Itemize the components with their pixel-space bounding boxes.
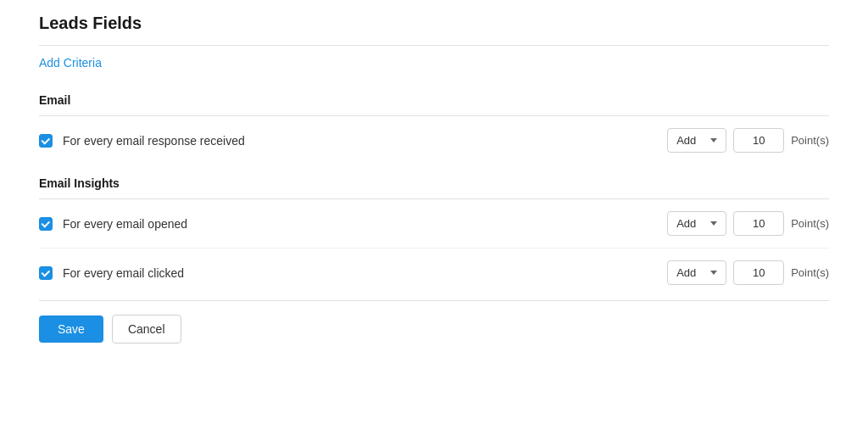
email-response-label: For every email response received <box>63 134 245 148</box>
checkbox-wrapper: For every email opened <box>39 217 667 231</box>
footer-actions: Save Cancel <box>39 300 829 343</box>
email-opened-checkbox[interactable] <box>39 217 53 231</box>
chevron-down-icon <box>710 221 717 226</box>
save-button[interactable]: Save <box>39 316 103 343</box>
email-clicked-points-input[interactable] <box>733 260 784 285</box>
email-insights-section: Email Insights For every email opened Ad… <box>39 168 829 297</box>
email-clicked-label: For every email clicked <box>63 266 184 280</box>
checkbox-check-icon <box>41 218 50 227</box>
email-response-points-input[interactable] <box>733 128 784 153</box>
cancel-button[interactable]: Cancel <box>112 315 181 343</box>
page-container: Leads Fields Add Criteria Email For ever… <box>0 0 868 360</box>
email-section: Email For every email response received … <box>39 85 829 165</box>
checkbox-check-icon <box>41 135 50 144</box>
email-response-action-dropdown[interactable]: Add <box>667 128 726 153</box>
email-response-checkbox[interactable] <box>39 134 53 148</box>
checkbox-wrapper: For every email response received <box>39 134 667 148</box>
table-row: For every email clicked Add Point(s) <box>39 249 829 297</box>
email-insights-section-header: Email Insights <box>39 168 829 199</box>
email-response-controls: Add Point(s) <box>667 128 829 153</box>
email-response-points-label: Point(s) <box>791 134 829 147</box>
email-clicked-action-dropdown[interactable]: Add <box>667 260 726 285</box>
email-clicked-checkbox[interactable] <box>39 266 53 280</box>
table-row: For every email response received Add Po… <box>39 116 829 165</box>
email-clicked-action-label: Add <box>676 266 696 279</box>
chevron-down-icon <box>710 271 717 275</box>
email-opened-points-input[interactable] <box>733 211 784 236</box>
email-section-header: Email <box>39 85 829 116</box>
email-opened-action-label: Add <box>676 217 696 230</box>
email-opened-points-label: Point(s) <box>791 217 829 230</box>
checkbox-wrapper: For every email clicked <box>39 266 667 280</box>
email-clicked-points-label: Point(s) <box>791 266 829 279</box>
add-criteria-link[interactable]: Add Criteria <box>39 56 102 70</box>
email-opened-label: For every email opened <box>63 217 187 231</box>
chevron-down-icon <box>710 138 717 142</box>
checkbox-check-icon <box>41 267 50 276</box>
email-response-action-label: Add <box>676 134 696 147</box>
email-opened-action-dropdown[interactable]: Add <box>667 211 726 236</box>
page-title: Leads Fields <box>39 14 829 46</box>
table-row: For every email opened Add Point(s) <box>39 199 829 249</box>
email-clicked-controls: Add Point(s) <box>667 260 829 285</box>
email-opened-controls: Add Point(s) <box>667 211 829 236</box>
